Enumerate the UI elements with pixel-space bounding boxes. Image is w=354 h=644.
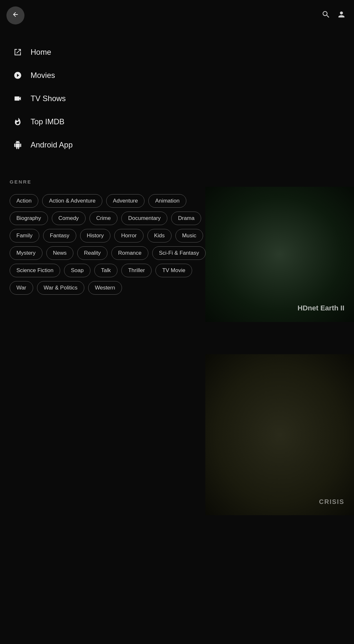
nav-label-tv-shows: TV Shows [31, 94, 66, 103]
genre-tag-talk[interactable]: Talk [94, 264, 117, 277]
background-poster-2 [205, 354, 354, 515]
genre-tag-war[interactable]: War [10, 281, 33, 295]
genre-tag-family[interactable]: Family [10, 229, 39, 242]
nav-label-home: Home [31, 48, 51, 57]
movies-icon [13, 71, 23, 80]
genre-tag-fantasy[interactable]: Fantasy [43, 229, 76, 242]
nav-item-tv-shows[interactable]: TV Shows [10, 87, 196, 110]
genre-tag-biography[interactable]: Biography [10, 212, 48, 225]
genre-tag-animation[interactable]: Animation [148, 194, 186, 208]
genre-tag-comedy[interactable]: Comedy [52, 212, 86, 225]
android-icon [13, 141, 23, 149]
genre-tag-music[interactable]: Music [175, 229, 203, 242]
genre-tag-horror[interactable]: Horror [114, 229, 143, 242]
genre-tag-sci-fi-fantasy[interactable]: Sci-Fi & Fantasy [152, 246, 206, 260]
genre-tag-western[interactable]: Western [88, 281, 122, 295]
genre-tag-reality[interactable]: Reality [77, 246, 107, 260]
header-right [321, 10, 346, 21]
home-icon [13, 48, 23, 56]
nav-label-movies: Movies [31, 71, 55, 80]
genre-tag-tv-movie[interactable]: TV Movie [155, 264, 192, 277]
genre-tag-mystery[interactable]: Mystery [10, 246, 42, 260]
background-poster-1 [205, 187, 354, 322]
genre-tags-container: ActionAction & AdventureAdventureAnimati… [10, 194, 210, 295]
nav-item-home[interactable]: Home [10, 41, 196, 64]
genre-tag-romance[interactable]: Romance [111, 246, 148, 260]
fire-icon [13, 118, 23, 126]
header [0, 0, 354, 31]
nav-item-android-app[interactable]: Android App [10, 133, 196, 156]
nav-item-top-imdb[interactable]: Top IMDB [10, 110, 196, 133]
genre-section: GENRE ActionAction & AdventureAdventureA… [0, 166, 219, 308]
nav-label-top-imdb: Top IMDB [31, 117, 64, 126]
genre-tag-science-fiction[interactable]: Science Fiction [10, 264, 60, 277]
nav-item-movies[interactable]: Movies [10, 64, 196, 87]
genre-tag-crime[interactable]: Crime [89, 212, 117, 225]
genre-tag-documentary[interactable]: Documentary [121, 212, 167, 225]
genre-section-title: GENRE [10, 179, 210, 185]
tv-icon [13, 94, 23, 103]
genre-tag-drama[interactable]: Drama [171, 212, 201, 225]
genre-tag-adventure[interactable]: Adventure [106, 194, 145, 208]
nav-label-android-app: Android App [31, 140, 73, 149]
app-container: Home Movies TV Shows [0, 0, 354, 644]
back-icon [12, 11, 19, 20]
genre-tag-action[interactable]: Action [10, 194, 38, 208]
genre-tag-thriller[interactable]: Thriller [121, 264, 152, 277]
user-icon[interactable] [337, 10, 346, 21]
genre-tag-war-politics[interactable]: War & Politics [37, 281, 84, 295]
genre-tag-kids[interactable]: Kids [147, 229, 172, 242]
genre-tag-soap[interactable]: Soap [64, 264, 90, 277]
genre-tag-news[interactable]: News [46, 246, 74, 260]
back-button[interactable] [6, 6, 24, 24]
nav-menu: Home Movies TV Shows [0, 31, 205, 166]
genre-tag-action-adventure[interactable]: Action & Adventure [42, 194, 102, 208]
search-icon[interactable] [321, 10, 331, 21]
genre-tag-history[interactable]: History [80, 229, 111, 242]
